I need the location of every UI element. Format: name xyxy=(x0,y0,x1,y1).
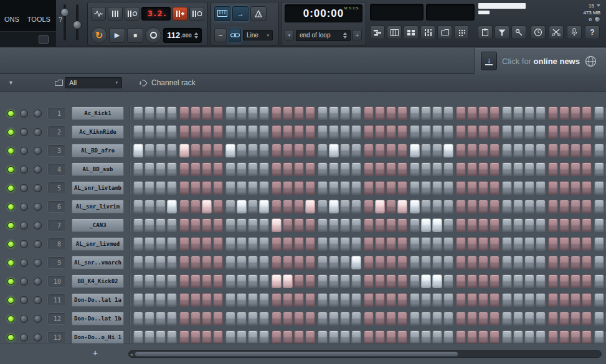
step-cell[interactable] xyxy=(502,106,512,120)
step-cell[interactable] xyxy=(443,330,453,343)
step-cell[interactable] xyxy=(410,125,420,139)
monitor-knob[interactable] xyxy=(594,16,600,22)
channel-name-button[interactable]: Ac_Kick1 xyxy=(72,107,124,120)
step-cell[interactable] xyxy=(351,162,361,176)
step-cell[interactable] xyxy=(213,200,223,213)
step-cell[interactable] xyxy=(167,144,177,157)
step-cell[interactable] xyxy=(502,162,512,176)
step-cell[interactable] xyxy=(478,330,488,343)
channel-number-button[interactable]: 5 xyxy=(47,182,66,194)
step-cell[interactable] xyxy=(364,125,374,139)
step-cell[interactable] xyxy=(375,162,385,176)
step-cell[interactable] xyxy=(490,237,499,251)
pan-knob[interactable] xyxy=(20,184,28,192)
channel-name-button[interactable]: _CAN3 xyxy=(72,219,124,232)
step-cell[interactable] xyxy=(397,312,407,325)
step-cell[interactable] xyxy=(191,218,201,232)
step-cell[interactable] xyxy=(594,144,604,157)
step-cell[interactable] xyxy=(570,256,580,269)
step-cell[interactable] xyxy=(536,237,546,251)
step-cell[interactable] xyxy=(133,330,143,343)
step-cell[interactable] xyxy=(329,162,339,176)
step-cell[interactable] xyxy=(213,106,223,120)
volume-knob[interactable] xyxy=(34,240,42,248)
step-cell[interactable] xyxy=(318,256,328,269)
step-cell[interactable] xyxy=(559,106,569,120)
step-cell[interactable] xyxy=(524,312,534,325)
step-cell[interactable] xyxy=(570,312,580,325)
step-cell[interactable] xyxy=(490,274,499,288)
step-cell[interactable] xyxy=(594,293,604,307)
step-cell[interactable] xyxy=(478,218,488,232)
step-cell[interactable] xyxy=(259,293,269,307)
pan-knob[interactable] xyxy=(20,128,28,136)
step-cell[interactable] xyxy=(305,256,315,269)
step-cell[interactable] xyxy=(524,181,534,195)
step-cell[interactable] xyxy=(513,293,523,307)
step-cell[interactable] xyxy=(202,237,212,251)
step-cell[interactable] xyxy=(202,218,212,232)
step-cell[interactable] xyxy=(386,330,396,343)
step-cell[interactable] xyxy=(432,125,442,139)
step-cell[interactable] xyxy=(467,330,477,343)
channel-led[interactable] xyxy=(7,222,14,229)
step-cell[interactable] xyxy=(467,106,477,120)
tempo-display[interactable]: 112.000 xyxy=(163,28,202,43)
step-edit-button[interactable]: → xyxy=(232,6,249,21)
step-cell[interactable] xyxy=(144,256,154,269)
step-cell[interactable] xyxy=(179,312,189,325)
step-cell[interactable] xyxy=(156,218,166,232)
step-cell[interactable] xyxy=(548,330,558,343)
channel-led[interactable] xyxy=(7,334,14,341)
step-cell[interactable] xyxy=(237,162,247,176)
channel-name-button[interactable]: AL_BD_sub xyxy=(72,163,124,176)
step-cell[interactable] xyxy=(272,293,282,307)
step-cell[interactable] xyxy=(559,144,569,157)
menu-item-options[interactable]: ONS xyxy=(4,16,19,23)
step-cell[interactable] xyxy=(351,181,361,195)
step-cell[interactable] xyxy=(490,218,499,232)
step-cell[interactable] xyxy=(410,330,420,343)
step-cell[interactable] xyxy=(248,237,258,251)
spin-down-icon[interactable] xyxy=(194,36,198,39)
step-cell[interactable] xyxy=(237,106,247,120)
step-cell[interactable] xyxy=(202,181,212,195)
step-cell[interactable] xyxy=(397,237,407,251)
step-cell[interactable] xyxy=(133,274,143,288)
step-cell[interactable] xyxy=(213,144,223,157)
step-cell[interactable] xyxy=(432,218,442,232)
browser-button[interactable] xyxy=(437,26,452,39)
step-cell[interactable] xyxy=(570,293,580,307)
step-cell[interactable] xyxy=(397,256,407,269)
step-cell[interactable] xyxy=(133,312,143,325)
step-cell[interactable] xyxy=(213,162,223,176)
step-cell[interactable] xyxy=(478,274,488,288)
volume-knob[interactable] xyxy=(34,315,42,323)
step-cell[interactable] xyxy=(179,125,189,139)
step-cell[interactable] xyxy=(559,162,569,176)
step-cell[interactable] xyxy=(594,237,604,251)
microphone-button[interactable] xyxy=(567,26,582,39)
step-cell[interactable] xyxy=(213,312,223,325)
step-cell[interactable] xyxy=(594,330,604,343)
volume-knob[interactable] xyxy=(34,110,42,118)
step-cell[interactable] xyxy=(559,200,569,213)
step-cell[interactable] xyxy=(167,312,177,325)
step-cell[interactable] xyxy=(225,106,235,120)
step-cell[interactable] xyxy=(179,162,189,176)
step-cell[interactable] xyxy=(421,312,431,325)
step-cell[interactable] xyxy=(570,106,580,120)
step-cell[interactable] xyxy=(410,200,420,213)
step-cell[interactable] xyxy=(432,237,442,251)
step-cell[interactable] xyxy=(225,200,235,213)
volume-knob[interactable] xyxy=(34,334,42,342)
channel-name-button[interactable]: AL_snr_livrim xyxy=(72,200,124,213)
step-cell[interactable] xyxy=(167,218,177,232)
step-cell[interactable] xyxy=(329,144,339,157)
step-cell[interactable] xyxy=(133,218,143,232)
loop-spinner[interactable] xyxy=(343,32,347,39)
step-cell[interactable] xyxy=(490,200,499,213)
step-cell[interactable] xyxy=(594,106,604,120)
step-cell[interactable] xyxy=(259,330,269,343)
tools-button[interactable] xyxy=(511,26,526,39)
